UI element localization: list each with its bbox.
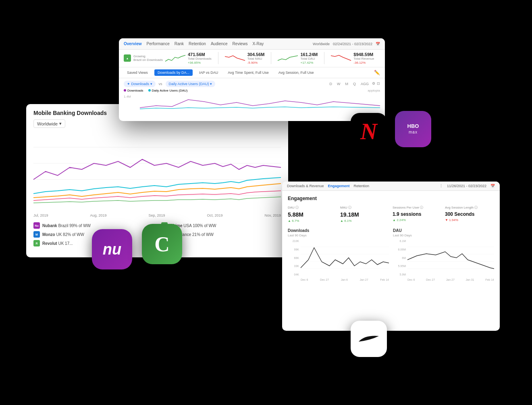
sessions-value: 1.9 sessions bbox=[393, 211, 442, 217]
sessions-change: ▲ 2.24% bbox=[393, 218, 442, 222]
tab-iap-dau[interactable]: IAP vs DAU bbox=[196, 69, 221, 76]
banking-filter[interactable]: Worldwide ▾ bbox=[33, 119, 65, 128]
stat-sublabel-revenue: Total Revenue bbox=[353, 57, 374, 61]
monzo-icon: M bbox=[33, 231, 40, 238]
region-selector[interactable]: Worldwide bbox=[313, 42, 330, 46]
period-agg[interactable]: AGG bbox=[359, 81, 370, 86]
engagement-metrics: Engagement DAU ⓘ 5.88M ▲ 6.7% MAU ⓘ 19.1… bbox=[282, 191, 500, 226]
hbo-app-icon[interactable]: HBOmax bbox=[395, 111, 431, 147]
stat-value-mau: 304.56M bbox=[247, 52, 265, 57]
mini-chart-revenue bbox=[331, 53, 351, 63]
dau-svg bbox=[407, 240, 494, 276]
stats-bar: ▲ GrowingBrazil on Downloads 471.56M Tot… bbox=[119, 50, 385, 67]
date-range: 02/24/2021 - 02/23/2022 bbox=[333, 42, 372, 46]
tab-session-full[interactable]: Avg Session, Full Use bbox=[275, 69, 317, 76]
engagement-charts: Downloads Last 90 Days 210K 99K 66K 33K … bbox=[282, 226, 500, 285]
stat-sublabel-mau: Total MAU bbox=[247, 57, 265, 61]
nubank-app-icon[interactable]: nu bbox=[92, 229, 132, 269]
banking-chart-svg bbox=[33, 131, 281, 212]
tab-downloads-da[interactable]: Downloads by DA... bbox=[154, 69, 193, 76]
nubank-label: Nubank Brazil 99% of WW bbox=[42, 223, 91, 228]
downloads-y-labels: 210K 99K 66K 33K 04K bbox=[288, 240, 299, 276]
mau-value: 19.18M bbox=[340, 211, 389, 218]
dau-chart-subtitle: Last 90 Days bbox=[393, 234, 494, 237]
engagement-title: Engagement bbox=[288, 196, 494, 201]
chevron-down-icon: ▾ bbox=[59, 121, 62, 126]
tab-time-spent[interactable]: Avg Time Spent, Full Use bbox=[224, 69, 272, 76]
chime-app-icon[interactable]: C bbox=[142, 224, 182, 264]
dau-y-labels: 6.1M 6.06M 6M 5.95M 5.9M bbox=[393, 240, 406, 276]
stat-value-dau: 161.24M bbox=[300, 52, 318, 57]
date-range-eng: 11/26/2021 - 02/23/2022 bbox=[447, 184, 486, 188]
calendar-icon[interactable]: 📅 bbox=[376, 42, 380, 46]
nav-rank[interactable]: Rank bbox=[175, 42, 184, 46]
hbo-text-logo: HBOmax bbox=[407, 123, 419, 135]
mau-change: ▲ 6.1% bbox=[340, 219, 389, 223]
edit-icon[interactable]: ✏️ bbox=[374, 70, 380, 75]
session-length-label: Avg Session Length ⓘ bbox=[445, 205, 494, 210]
nav-performance[interactable]: Performance bbox=[146, 42, 169, 46]
downloads-chart-inner: Dec 6 Dec 27 Jan 6 Jan 27 Feb 14 bbox=[301, 240, 389, 281]
stat-downloads: ▲ GrowingBrazil on Downloads 471.56M Tot… bbox=[124, 52, 212, 65]
chart-tabs: Saved Views Downloads by DA... IAP vs DA… bbox=[119, 67, 385, 78]
period-w[interactable]: W bbox=[335, 81, 342, 86]
banking-x-labels: Jul, 2019 Aug, 2019 Sep, 2019 Oct, 2019 … bbox=[26, 213, 288, 217]
x-label-jul: Jul, 2019 bbox=[33, 213, 48, 217]
mini-chart-downloads bbox=[165, 53, 185, 63]
stat-change-dau: +17.42% bbox=[300, 61, 318, 65]
dau-value: 5.88M bbox=[288, 211, 337, 218]
divider-2 bbox=[271, 52, 271, 64]
dau-select[interactable]: Daily Active Users (DAU) ▾ bbox=[166, 81, 216, 87]
dau-chart-title: DAU bbox=[393, 228, 494, 233]
nav-xray[interactable]: X-Ray bbox=[252, 42, 264, 46]
stat-value-revenue: $948.59M bbox=[353, 52, 374, 57]
sessions-label: Sessions Per User ⓘ bbox=[393, 205, 442, 210]
stat-dau: 161.24M Total DAU +17.42% bbox=[278, 52, 318, 65]
metric-mau: MAU ⓘ 19.18M ▲ 6.1% bbox=[340, 205, 389, 223]
legend-nubank: Nu Nubank Brazil 99% of WW bbox=[33, 222, 153, 229]
nubank-nu-logo: nu bbox=[103, 241, 121, 258]
nubank-icon: Nu bbox=[33, 222, 40, 229]
nav-reviews[interactable]: Reviews bbox=[233, 42, 248, 46]
revolut-label: Revolut UK 17... bbox=[42, 241, 73, 246]
stat-mau: 304.56M Total MAU -5.90% bbox=[225, 52, 265, 65]
nav-overview[interactable]: Overview bbox=[124, 42, 141, 46]
downloads-select[interactable]: ✦ Downloads ▾ bbox=[124, 81, 156, 87]
x-label-aug: Aug, 2019 bbox=[90, 213, 107, 217]
stat-sublabel-downloads: Total Downloads bbox=[188, 57, 212, 61]
engagement-dashboard: Downloads & Revenue Engagement Retention… bbox=[282, 182, 500, 331]
downloads-chart-section: Downloads Last 90 Days 210K 99K 66K 33K … bbox=[288, 228, 389, 281]
growing-badge: ▲ bbox=[124, 54, 131, 62]
chime-c-logo: C bbox=[154, 232, 170, 256]
dau-chart-inner: Dec 6 Dec 27 Jan 27 Jan 31 Feb 14 bbox=[407, 240, 494, 281]
period-q[interactable]: Q bbox=[351, 81, 357, 86]
options-icon[interactable]: ⋮ bbox=[439, 184, 443, 188]
stat-revenue: $948.59M Total Revenue -36.12% bbox=[331, 52, 374, 65]
nike-app-icon[interactable] bbox=[351, 321, 387, 357]
settings-icon[interactable]: ⚙ bbox=[372, 81, 375, 86]
tab-saved-views[interactable]: Saved Views bbox=[124, 69, 151, 76]
revolut-icon: R bbox=[33, 240, 40, 246]
netflix-app-icon[interactable]: N bbox=[351, 113, 387, 149]
metric-session-length: Avg Session Length ⓘ 300 Seconds ▼ 1.94% bbox=[445, 205, 494, 223]
vs-label: vs bbox=[159, 82, 162, 86]
nav-retention[interactable]: Retention bbox=[189, 42, 206, 46]
dau-chart-wrapper: 6.1M 6.06M 6M 5.95M 5.9M bbox=[393, 240, 494, 281]
eng-nav-retention[interactable]: Retention bbox=[354, 184, 370, 188]
downloads-chart-subtitle: Last 90 Days bbox=[288, 234, 389, 237]
eng-nav-engagement[interactable]: Engagement bbox=[328, 184, 350, 188]
stat-change-revenue: -36.12% bbox=[353, 61, 374, 65]
calendar-icon-eng[interactable]: 📅 bbox=[490, 184, 495, 188]
mini-chart-mau bbox=[225, 53, 245, 63]
svg-text:1.4M: 1.4M bbox=[124, 95, 131, 98]
expand-icon[interactable]: ⊡ bbox=[377, 81, 380, 86]
top-nav: Overview Performance Rank Retention Audi… bbox=[119, 38, 385, 50]
session-length-change: ▼ 1.94% bbox=[445, 218, 494, 222]
metric-sessions: Sessions Per User ⓘ 1.9 sessions ▲ 2.24% bbox=[393, 205, 442, 223]
period-m[interactable]: M bbox=[343, 81, 350, 86]
x-label-sep: Sep, 2019 bbox=[149, 213, 165, 217]
period-d[interactable]: D bbox=[328, 81, 334, 86]
eng-nav-downloads[interactable]: Downloads & Revenue bbox=[287, 184, 324, 188]
engagement-nav: Downloads & Revenue Engagement Retention… bbox=[282, 182, 500, 191]
nav-audience[interactable]: Audience bbox=[211, 42, 228, 46]
